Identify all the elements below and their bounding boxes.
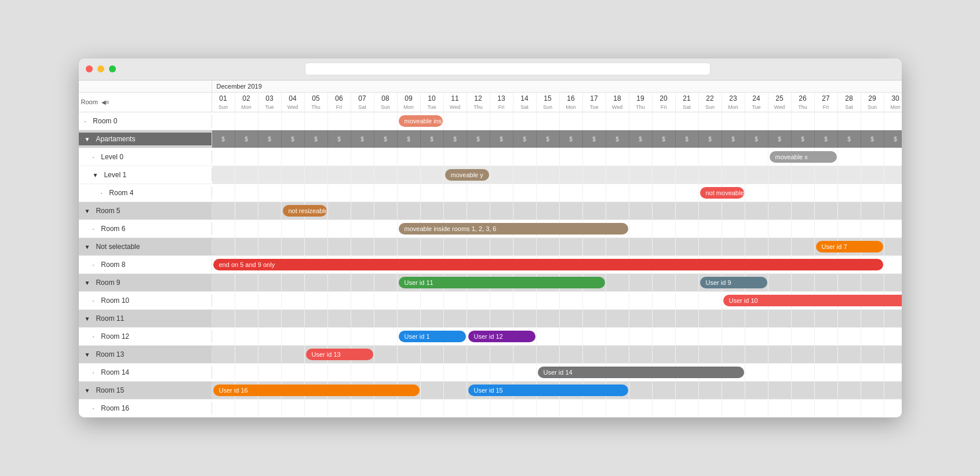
url-bar[interactable] <box>305 63 711 75</box>
cell-room11-day26[interactable] <box>815 310 838 327</box>
cell-room15-day22[interactable] <box>722 382 745 399</box>
cell-room16-day18[interactable] <box>629 400 653 417</box>
cell-room16-day17[interactable] <box>606 400 629 417</box>
cell-apartments-day23[interactable]: $ <box>745 130 768 148</box>
cell-level0-day6[interactable] <box>351 148 374 166</box>
cell-room12-day0[interactable] <box>212 328 235 345</box>
cell-room4-day8[interactable] <box>398 184 421 202</box>
cell-room16-day13[interactable] <box>513 400 537 417</box>
cell-level1-day23[interactable] <box>745 166 768 184</box>
cell-room16-day9[interactable] <box>421 400 444 417</box>
cell-not-selectable-day10[interactable] <box>444 238 467 255</box>
cell-room0-day2[interactable] <box>258 112 282 130</box>
cell-room9-day3[interactable] <box>282 274 305 291</box>
cell-room13-day12[interactable] <box>490 346 513 363</box>
cell-room13-day25[interactable] <box>792 346 815 363</box>
cell-apartments-day13[interactable]: $ <box>513 130 537 148</box>
cell-room5-day27[interactable] <box>838 202 861 219</box>
cell-room0-day4[interactable] <box>305 112 328 130</box>
cell-room11-day8[interactable] <box>398 310 421 327</box>
cell-room10-day21[interactable] <box>699 292 722 309</box>
cell-room13-day15[interactable] <box>560 346 583 363</box>
cell-room4-day3[interactable] <box>282 184 305 202</box>
cell-not-selectable-day23[interactable] <box>745 238 768 255</box>
cell-room12-day3[interactable] <box>282 328 305 345</box>
cell-room11-day25[interactable] <box>792 310 815 327</box>
cell-room16-day3[interactable] <box>282 400 305 417</box>
cell-room13-day29[interactable] <box>884 346 902 363</box>
cell-room10-day6[interactable] <box>351 292 374 309</box>
bar-room9-User-id-9[interactable]: User id 9 <box>700 277 767 288</box>
cell-level0-day22[interactable] <box>722 148 745 166</box>
cell-room13-day23[interactable] <box>745 346 768 363</box>
cell-room11-day19[interactable] <box>653 310 676 327</box>
cell-level0-day13[interactable] <box>513 148 537 166</box>
cell-level1-day6[interactable] <box>351 166 374 184</box>
collapse-icon[interactable]: ◀≡ <box>101 99 110 105</box>
cell-room12-day18[interactable] <box>629 328 653 345</box>
cell-room14-day2[interactable] <box>258 364 282 381</box>
cell-room10-day12[interactable] <box>490 292 513 309</box>
cell-room4-day26[interactable] <box>815 184 838 202</box>
cell-apartments-day22[interactable]: $ <box>722 130 745 148</box>
cell-room9-day19[interactable] <box>653 274 676 291</box>
cell-room13-day7[interactable] <box>374 346 398 363</box>
cell-not-selectable-day7[interactable] <box>374 238 398 255</box>
cell-apartments-day24[interactable]: $ <box>768 130 792 148</box>
cell-room13-day21[interactable] <box>699 346 722 363</box>
cell-level1-day29[interactable] <box>884 166 902 184</box>
cell-room4-day4[interactable] <box>305 184 328 202</box>
cell-level1-day15[interactable] <box>560 166 583 184</box>
cell-room0-day20[interactable] <box>676 112 699 130</box>
cell-room13-day14[interactable] <box>537 346 560 363</box>
cell-level1-day19[interactable] <box>653 166 676 184</box>
cell-room6-day1[interactable] <box>235 220 258 237</box>
cell-room13-day20[interactable] <box>676 346 699 363</box>
cell-room5-day9[interactable] <box>421 202 444 219</box>
cell-room15-day24[interactable] <box>768 382 792 399</box>
cell-room0-day17[interactable] <box>606 112 629 130</box>
cell-level1-day5[interactable] <box>328 166 351 184</box>
cell-apartments-day2[interactable]: $ <box>258 130 282 148</box>
bar-room15-User-id-16[interactable]: User id 16 <box>213 385 420 396</box>
cell-room5-day28[interactable] <box>861 202 884 219</box>
cell-room0-day15[interactable] <box>560 112 583 130</box>
cell-room4-day25[interactable] <box>792 184 815 202</box>
cell-room13-day24[interactable] <box>768 346 792 363</box>
cell-room11-day22[interactable] <box>722 310 745 327</box>
cell-room10-day5[interactable] <box>328 292 351 309</box>
cell-room14-day29[interactable] <box>884 364 902 381</box>
cell-room12-day22[interactable] <box>722 328 745 345</box>
cell-room16-day2[interactable] <box>258 400 282 417</box>
cell-room6-day7[interactable] <box>374 220 398 237</box>
cell-room16-day19[interactable] <box>653 400 676 417</box>
cell-not-selectable-day3[interactable] <box>282 238 305 255</box>
cell-room14-day0[interactable] <box>212 364 235 381</box>
cell-room6-day18[interactable] <box>629 220 653 237</box>
cell-room4-day14[interactable] <box>537 184 560 202</box>
cell-room5-day14[interactable] <box>537 202 560 219</box>
cell-room0-day1[interactable] <box>235 112 258 130</box>
cell-level0-day8[interactable] <box>398 148 421 166</box>
cell-room11-day18[interactable] <box>629 310 653 327</box>
cell-room10-day0[interactable] <box>212 292 235 309</box>
cell-not-selectable-day14[interactable] <box>537 238 560 255</box>
cell-room16-day4[interactable] <box>305 400 328 417</box>
cell-room6-day27[interactable] <box>838 220 861 237</box>
cell-room9-day6[interactable] <box>351 274 374 291</box>
cell-room4-day17[interactable] <box>606 184 629 202</box>
cell-room6-day29[interactable] <box>884 220 902 237</box>
cell-room5-day1[interactable] <box>235 202 258 219</box>
cell-room14-day28[interactable] <box>861 364 884 381</box>
cell-room9-day5[interactable] <box>328 274 351 291</box>
cell-room16-day26[interactable] <box>815 400 838 417</box>
cell-room4-day7[interactable] <box>374 184 398 202</box>
cell-room6-day21[interactable] <box>699 220 722 237</box>
cell-level1-day17[interactable] <box>606 166 629 184</box>
cell-room13-day22[interactable] <box>722 346 745 363</box>
cell-room5-day13[interactable] <box>513 202 537 219</box>
cell-room0-day12[interactable] <box>490 112 513 130</box>
bar-room4-not-moveable[interactable]: not moveable <box>700 187 744 199</box>
cell-room5-day23[interactable] <box>745 202 768 219</box>
cell-room16-day15[interactable] <box>560 400 583 417</box>
